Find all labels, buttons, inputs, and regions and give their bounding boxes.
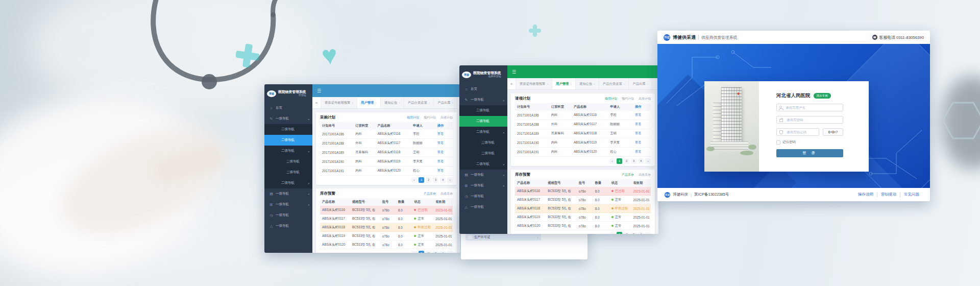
download-icon[interactable]: ↓: [537, 235, 538, 239]
page-button[interactable]: 1: [419, 251, 424, 253]
card-link[interactable]: 领用计划: [605, 97, 617, 101]
card-link[interactable]: 高值库存: [440, 192, 453, 196]
sidebar-item[interactable]: 二级导航: [459, 116, 507, 127]
page-button[interactable]: 2: [624, 232, 629, 234]
card-link[interactable]: 预约计划: [622, 97, 634, 101]
view-link[interactable]: 查看: [633, 122, 651, 127]
sidebar-item[interactable]: ▤ 一级导航 ▾: [459, 170, 507, 180]
page-button[interactable]: ›: [447, 251, 453, 253]
sidebar-item[interactable]: 二级导航: [459, 105, 507, 116]
card-link[interactable]: 高值计划: [639, 97, 651, 101]
captcha-input[interactable]: [786, 130, 816, 134]
login-button[interactable]: 登 录: [776, 149, 843, 157]
password-field[interactable]: [776, 116, 843, 124]
sidebar-item[interactable]: 三级导航: [264, 167, 312, 178]
tab-close-icon[interactable]: ○: [399, 102, 400, 104]
hamburger-icon[interactable]: ☰: [317, 88, 321, 93]
tab-close-icon[interactable]: ○: [429, 102, 430, 104]
sidebar-item[interactable]: 二级导航 ▴: [264, 146, 312, 156]
tab-close-icon[interactable]: ○: [624, 83, 625, 85]
captcha-question[interactable]: 6+8=?: [823, 128, 843, 136]
page-button[interactable]: 1: [617, 158, 622, 164]
username-field[interactable]: [776, 104, 843, 111]
sidebar-item[interactable]: 二级导航 ▾: [264, 178, 312, 188]
sidebar-item[interactable]: ⊞ 一级导航 ▾: [264, 199, 312, 210]
page-tab[interactable]: 产品出库 ○: [629, 78, 652, 89]
card-link[interactable]: 产品库存: [424, 192, 436, 196]
sidebar-item[interactable]: 二级导航: [264, 135, 312, 146]
page-button[interactable]: ›: [447, 177, 453, 183]
sidebar-item[interactable]: ◷ 一级导航: [459, 191, 507, 202]
sidebar-item[interactable]: 二级导航 ▴: [459, 127, 507, 137]
view-link[interactable]: 查看: [633, 131, 651, 136]
footer-link[interactable]: 密钥驱动: [877, 192, 900, 197]
tabs-collapse-icon[interactable]: «: [312, 97, 321, 108]
page-button[interactable]: 3: [433, 251, 438, 253]
view-link[interactable]: 查看: [435, 169, 453, 173]
sidebar-item[interactable]: 三级导航: [264, 156, 312, 167]
view-link[interactable]: 查看: [435, 150, 453, 155]
page-button[interactable]: 4: [440, 251, 446, 253]
page-tab[interactable]: 资质证件效期预警 ○: [321, 97, 357, 108]
captcha-field[interactable]: [776, 128, 819, 136]
page-button[interactable]: 1: [419, 177, 424, 183]
view-link[interactable]: 查看: [435, 159, 453, 164]
page-button[interactable]: 4: [638, 232, 644, 234]
page-button[interactable]: ‹: [411, 251, 417, 253]
view-link[interactable]: 查看: [435, 132, 453, 136]
sidebar-item[interactable]: 二级导航 ▾: [459, 159, 507, 170]
footer-link[interactable]: 常见问题: [900, 192, 923, 197]
sidebar-item[interactable]: 三级导航: [459, 148, 507, 159]
tab-close-icon[interactable]: ○: [647, 83, 649, 85]
page-button[interactable]: 2: [426, 251, 431, 253]
tab-close-icon[interactable]: ○: [352, 102, 353, 104]
page-tab[interactable]: 通知公告 ○: [381, 97, 404, 108]
sidebar-item[interactable]: 二级导航: [264, 124, 312, 135]
page-tab[interactable]: 资质证件效期预警 ○: [516, 78, 552, 89]
page-button[interactable]: ‹: [609, 158, 615, 164]
sidebar-item[interactable]: ⊞ 一级导航 ▾: [459, 180, 507, 191]
page-button[interactable]: 4: [440, 177, 446, 183]
card-link[interactable]: 产品库存: [622, 173, 634, 177]
tab-close-icon[interactable]: ○: [594, 83, 595, 85]
sidebar-item[interactable]: ◷ 一级导航: [264, 210, 312, 221]
password-input[interactable]: [786, 117, 840, 122]
card-link[interactable]: 高值库存: [639, 173, 651, 177]
page-button[interactable]: ‹: [609, 232, 615, 234]
sidebar-item[interactable]: ✎ 一级导航 ▴: [264, 113, 312, 124]
page-button[interactable]: 1: [617, 232, 622, 234]
page-tab[interactable]: 产品分类设置 ○: [599, 78, 629, 89]
view-link[interactable]: 查看: [435, 141, 453, 146]
page-button[interactable]: 3: [433, 177, 438, 183]
tab-close-icon[interactable]: ○: [452, 102, 454, 104]
sidebar-item[interactable]: 三级导航: [459, 137, 507, 148]
page-button[interactable]: 3: [631, 158, 636, 164]
page-button[interactable]: ›: [645, 158, 651, 164]
sidebar-item[interactable]: ⌂ 首页: [264, 103, 312, 113]
page-button[interactable]: 2: [624, 158, 629, 164]
sidebar-item[interactable]: ✎ 一级导航 ▴: [459, 94, 507, 105]
page-tab[interactable]: 产品分类设置 ○: [404, 97, 434, 108]
card-link[interactable]: 领用计划: [407, 115, 419, 120]
hamburger-icon[interactable]: ☰: [512, 69, 516, 75]
view-link[interactable]: 查看: [633, 140, 651, 145]
page-button[interactable]: ‹: [411, 177, 417, 183]
card-link[interactable]: 高值计划: [440, 115, 453, 120]
tab-close-icon[interactable]: ○: [570, 83, 572, 85]
page-button[interactable]: 2: [426, 177, 431, 183]
sidebar-item[interactable]: △ 一级导航: [459, 202, 507, 212]
sidebar-item[interactable]: △ 一级导航: [264, 221, 312, 231]
page-tab[interactable]: 用户管理 ○: [552, 78, 576, 89]
license-list-item[interactable]: 生产许可证 ↓: [465, 233, 541, 241]
tab-close-icon[interactable]: ○: [375, 102, 377, 104]
page-button[interactable]: 4: [638, 158, 644, 164]
footer-link[interactable]: 操作说明: [854, 192, 877, 197]
tabs-collapse-icon[interactable]: «: [507, 78, 516, 89]
remember-checkbox[interactable]: [776, 140, 780, 145]
page-tab[interactable]: 产品出库 ○: [434, 97, 457, 108]
sidebar-item[interactable]: ▤ 一级导航 ▾: [264, 188, 312, 199]
sidebar-item[interactable]: ⌂ 首页: [459, 84, 507, 94]
tab-close-icon[interactable]: ○: [547, 83, 548, 85]
card-link[interactable]: 预约计划: [424, 115, 436, 120]
view-link[interactable]: 查看: [633, 113, 651, 117]
